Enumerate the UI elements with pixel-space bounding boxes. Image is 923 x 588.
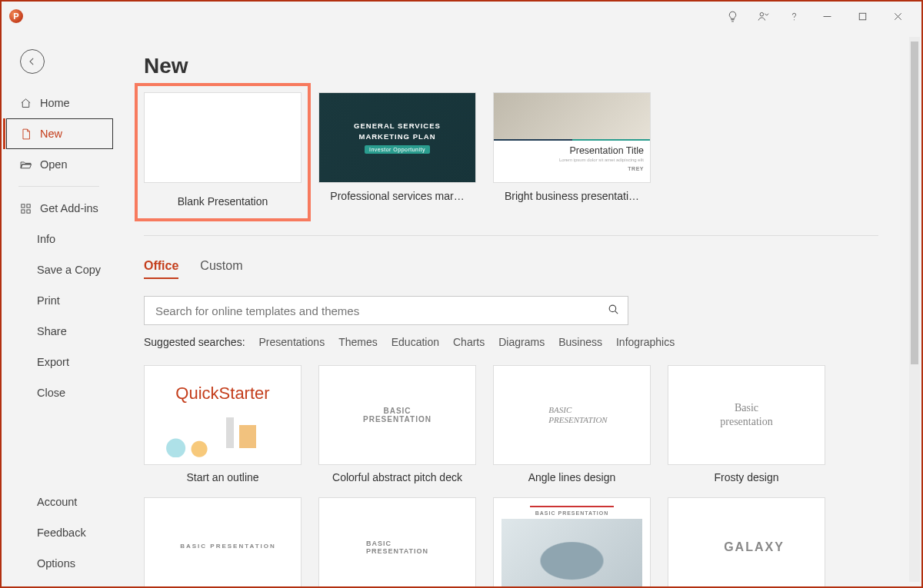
template-label: Colorful abstract pitch deck <box>318 471 476 483</box>
sidebar-item-label: Print <box>37 294 60 307</box>
template-thumbnail: BASIC PRESENTATION <box>144 497 302 586</box>
sidebar-item-label: New <box>40 128 62 140</box>
backstage-sidebar: Home New Open Get Add-ins Info Save a Co… <box>2 32 113 586</box>
svg-point-1 <box>793 19 794 20</box>
sidebar-get-addins[interactable]: Get Add-ins <box>2 193 113 224</box>
template-label: Start an outline <box>144 471 302 483</box>
template-thumbnail: Basicpresentation <box>668 365 825 465</box>
suggested-term[interactable]: Business <box>558 336 602 348</box>
template-thumbnail: Presentation Title Lorem ipsum dolor sit… <box>493 92 651 183</box>
back-button[interactable] <box>20 49 45 74</box>
suggested-term[interactable]: Diagrams <box>498 336 545 348</box>
sidebar-new[interactable]: New <box>6 118 113 149</box>
window-minimize-button[interactable] <box>809 2 845 31</box>
main-pane: New Blank Presentation GENERAL SERVICES … <box>113 32 921 586</box>
sidebar-item-label: Export <box>37 356 69 368</box>
document-icon <box>18 128 32 141</box>
sidebar-export[interactable]: Export <box>2 347 113 377</box>
tab-custom[interactable]: Custom <box>200 259 242 279</box>
template-professional-services[interactable]: GENERAL SERVICES MARKETING PLAN Investor… <box>318 92 476 202</box>
sidebar-item-label: Close <box>37 387 65 399</box>
svg-rect-3 <box>859 13 866 20</box>
home-icon <box>18 97 32 110</box>
suggested-term[interactable]: Education <box>392 336 439 348</box>
help-icon[interactable] <box>778 2 809 31</box>
template-label: Bright business presentati… <box>493 190 651 202</box>
sidebar-item-label: Save a Copy <box>37 264 101 276</box>
template-thumbnail: BASICPRESENTATION <box>493 365 651 465</box>
svg-point-0 <box>760 12 764 16</box>
sidebar-open[interactable]: Open <box>2 149 113 180</box>
template-frosty[interactable]: Basicpresentation Frosty design <box>668 365 825 483</box>
template-thumbnail: BASICPRESENTATION <box>318 497 476 586</box>
sidebar-share[interactable]: Share <box>2 316 113 347</box>
lightbulb-icon[interactable] <box>717 2 748 31</box>
search-input[interactable] <box>154 304 607 318</box>
template-thumbnail: GENERAL SERVICES MARKETING PLAN Investor… <box>318 92 476 183</box>
scrollbar-thumb[interactable] <box>911 42 918 364</box>
template-bright-business[interactable]: Presentation Title Lorem ipsum dolor sit… <box>493 92 651 202</box>
template-source-tabs: Office Custom <box>144 259 909 279</box>
template-thumbnail: BASIC PRESENTATION <box>493 497 651 586</box>
templates-grid: QuickStarter Start an outline BASIC PRES… <box>144 365 909 586</box>
divider <box>144 235 878 236</box>
template-galaxy[interactable]: GALAXY Galaxy presentation <box>668 497 825 586</box>
window-maximize-button[interactable] <box>845 2 880 31</box>
template-label: Blank Presentation <box>144 195 302 208</box>
sidebar-info[interactable]: Info <box>2 224 113 254</box>
svg-point-10 <box>609 305 616 312</box>
template-thumbnail: GALAXY <box>668 497 825 586</box>
sidebar-item-label: Share <box>37 325 67 337</box>
template-dividend[interactable]: BASIC PRESENTATION Dividend design <box>493 497 651 586</box>
template-thumbnail: QuickStarter <box>144 365 302 465</box>
suggested-term[interactable]: Themes <box>338 336 378 348</box>
search-icon[interactable] <box>607 303 620 319</box>
svg-line-11 <box>615 311 618 314</box>
template-label: Angle lines design <box>493 471 651 483</box>
sidebar-close[interactable]: Close <box>2 377 113 408</box>
suggested-term[interactable]: Infographics <box>616 336 675 348</box>
template-label: Frosty design <box>668 471 825 483</box>
template-start-outline[interactable]: QuickStarter Start an outline <box>144 365 302 483</box>
template-label: Professional services mar… <box>318 190 476 202</box>
suggested-term[interactable]: Presentations <box>259 336 325 348</box>
template-thumbnail: BASIC PRESENTATION <box>318 365 476 465</box>
sidebar-item-label: Account <box>37 496 77 508</box>
sidebar-item-label: Get Add-ins <box>40 202 98 214</box>
sidebar-item-label: Info <box>37 233 55 245</box>
template-minimalist[interactable]: BASIC PRESENTATION Minimalist presentati… <box>144 497 302 586</box>
template-colorful-abstract[interactable]: BASIC PRESENTATION Colorful abstract pit… <box>318 365 476 483</box>
powerpoint-logo-icon: P <box>9 9 23 23</box>
svg-rect-9 <box>26 209 29 212</box>
suggested-label: Suggested searches: <box>144 336 245 348</box>
sidebar-account[interactable]: Account <box>2 487 113 517</box>
svg-rect-6 <box>21 204 24 207</box>
template-angle-lines[interactable]: BASICPRESENTATION Angle lines design <box>493 365 651 483</box>
sidebar-save-a-copy[interactable]: Save a Copy <box>2 254 113 285</box>
tab-office[interactable]: Office <box>144 259 178 279</box>
sidebar-feedback[interactable]: Feedback <box>2 517 113 548</box>
template-search-box[interactable] <box>144 296 628 325</box>
sidebar-print[interactable]: Print <box>2 285 113 316</box>
sidebar-item-label: Open <box>40 158 67 171</box>
title-bar: P <box>2 2 921 31</box>
page-title: New <box>144 54 909 78</box>
suggested-term[interactable]: Charts <box>453 336 485 348</box>
window-close-button[interactable] <box>880 2 915 31</box>
sidebar-home[interactable]: Home <box>2 88 113 118</box>
divider <box>18 186 99 187</box>
template-blank-presentation[interactable]: Blank Presentation <box>144 92 302 208</box>
suggested-searches: Suggested searches: Presentations Themes… <box>144 336 909 348</box>
sidebar-item-label: Options <box>37 557 75 570</box>
sidebar-item-label: Home <box>40 97 70 109</box>
blank-presentation-highlight: Blank Presentation <box>135 83 311 221</box>
sidebar-options[interactable]: Options <box>2 548 113 579</box>
template-thumbnail <box>144 92 302 183</box>
svg-rect-8 <box>21 209 24 212</box>
pinned-templates-row: Blank Presentation GENERAL SERVICES MARK… <box>144 92 909 221</box>
template-architecture[interactable]: BASICPRESENTATION Architecture pitch dec… <box>318 497 476 586</box>
addins-grid-icon <box>18 202 32 215</box>
account-person-icon[interactable] <box>748 2 778 31</box>
vertical-scrollbar[interactable] <box>909 37 920 582</box>
folder-open-icon <box>18 158 32 171</box>
